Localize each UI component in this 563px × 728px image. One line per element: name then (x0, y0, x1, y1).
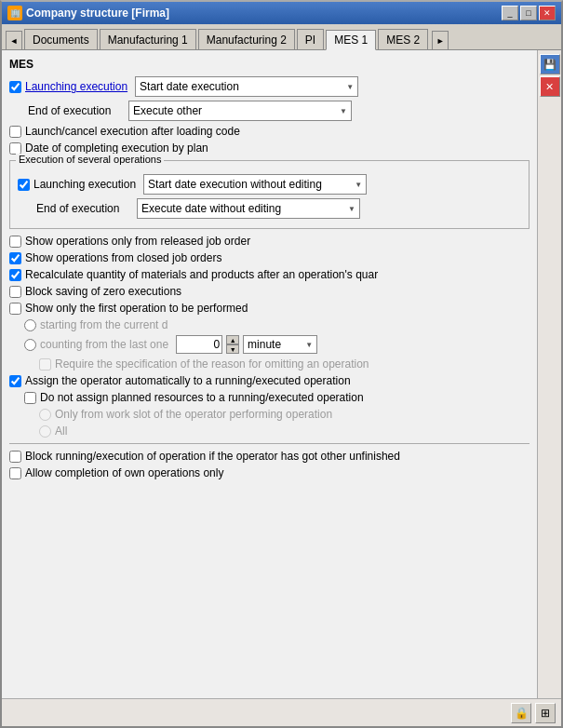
tab-bar: ◄ Documents Manufacturing 1 Manufacturin… (2, 24, 561, 50)
unit-dropdown[interactable]: minute ▼ (243, 335, 317, 354)
launch-cancel-checkbox[interactable] (9, 126, 21, 138)
recalculate-label[interactable]: Recalculate quantity of materials and pr… (9, 268, 378, 281)
require-spec-checkbox[interactable] (39, 358, 51, 371)
group-launching-arrow: ▼ (355, 181, 362, 189)
section-label: MES (9, 58, 529, 71)
show-first-label[interactable]: Show only the first operation to be perf… (9, 302, 248, 315)
lock-icon: 🔒 (515, 707, 529, 720)
all-radio-label[interactable]: All (39, 425, 67, 438)
close-button[interactable]: ✕ (539, 6, 556, 20)
date-completing-row: Date of completing execution by plan (9, 142, 529, 155)
title-bar: 🏢 Company structure [Firma] _ □ ✕ (2, 2, 561, 24)
starting-from-radio[interactable] (24, 319, 36, 331)
counting-from-row: counting from the last one ▲ ▼ minute ▼ (9, 335, 529, 354)
spinner-up[interactable]: ▲ (226, 335, 239, 344)
separator1 (9, 443, 529, 444)
delete-icon: ✕ (545, 81, 554, 93)
spinner-buttons: ▲ ▼ (226, 335, 239, 354)
several-operations-group: Execution of several operations Launchin… (9, 160, 529, 229)
require-spec-row: Require the specification of the reason … (9, 357, 529, 371)
tab-mes2[interactable]: MES 2 (378, 29, 428, 49)
tab-nav-right[interactable]: ► (432, 31, 449, 49)
launching-execution-label: Launching execution (25, 80, 127, 93)
date-completing-checkbox[interactable] (9, 142, 21, 155)
group-end-dropdown[interactable]: Execute date without editing ▼ (137, 198, 360, 219)
group-end-row: End of execution Execute date without ed… (18, 198, 521, 219)
tab-nav-left[interactable]: ◄ (6, 31, 22, 49)
grid-icon: ⊞ (541, 707, 550, 720)
block-saving-row: Block saving of zero executions (9, 285, 529, 298)
launching-dropdown-arrow: ▼ (346, 83, 354, 91)
recalculate-checkbox[interactable] (9, 269, 21, 281)
show-closed-label[interactable]: Show operations from closed job orders (9, 251, 221, 264)
main-content: MES Launching execution Start date execu… (2, 50, 537, 698)
block-saving-label[interactable]: Block saving of zero executions (9, 285, 181, 298)
launching-execution-checkbox[interactable] (9, 81, 21, 93)
group-end-label: End of execution (18, 202, 129, 215)
spinner-input[interactable] (176, 335, 222, 354)
maximize-button[interactable]: □ (520, 6, 537, 20)
lock-button[interactable]: 🔒 (511, 703, 531, 723)
require-spec-label[interactable]: Require the specification of the reason … (39, 357, 369, 371)
tab-manufacturing2[interactable]: Manufacturing 2 (198, 29, 295, 49)
grid-button[interactable]: ⊞ (535, 703, 556, 723)
save-button[interactable]: 💾 (540, 54, 560, 74)
save-icon: 💾 (543, 59, 556, 71)
block-running-checkbox[interactable] (9, 451, 21, 463)
spinner-group: ▲ ▼ minute ▼ (176, 335, 317, 354)
counting-from-radio[interactable] (24, 339, 36, 351)
assign-operator-label[interactable]: Assign the operator automatically to a r… (9, 374, 351, 387)
content-area: MES Launching execution Start date execu… (2, 50, 561, 698)
do-not-assign-checkbox[interactable] (24, 392, 36, 404)
spinner-down[interactable]: ▼ (226, 344, 239, 354)
delete-button[interactable]: ✕ (540, 76, 560, 97)
group-launching-row: Launching execution Start date execution… (18, 174, 521, 195)
launch-cancel-row: Launch/cancel execution after loading co… (9, 125, 529, 138)
show-closed-checkbox[interactable] (9, 252, 21, 264)
show-first-checkbox[interactable] (9, 303, 21, 315)
title-buttons: _ □ ✕ (502, 6, 556, 20)
assign-operator-checkbox[interactable] (9, 375, 21, 387)
launching-execution-dropdown[interactable]: Start date execution ▼ (135, 76, 358, 97)
end-execution-row: End of execution Execute other ▼ (9, 101, 529, 121)
end-execution-dropdown[interactable]: Execute other ▼ (128, 101, 352, 121)
end-dropdown-arrow: ▼ (340, 107, 347, 115)
tab-manufacturing1[interactable]: Manufacturing 1 (100, 29, 196, 49)
starting-from-row: starting from the current d (9, 318, 529, 331)
bottom-toolbar: 🔒 ⊞ (2, 698, 561, 726)
group-end-arrow: ▼ (348, 205, 355, 213)
allow-completion-checkbox[interactable] (9, 467, 21, 479)
tab-pi[interactable]: PI (297, 29, 324, 49)
all-radio-row: All (9, 425, 529, 438)
do-not-assign-label[interactable]: Do not assign planned resources to a run… (24, 391, 364, 404)
launch-cancel-label[interactable]: Launch/cancel execution after loading co… (9, 125, 240, 138)
starting-from-label[interactable]: starting from the current d (24, 318, 168, 331)
show-released-checkbox[interactable] (9, 236, 21, 248)
only-from-slot-label[interactable]: Only from work slot of the operator perf… (39, 408, 332, 421)
group-launching-checkbox[interactable] (18, 179, 30, 191)
allow-completion-row: Allow completion of own operations only (9, 466, 529, 479)
show-first-row: Show only the first operation to be perf… (9, 302, 529, 315)
side-toolbar: 💾 ✕ (537, 50, 561, 698)
show-released-row: Show operations only from released job o… (9, 235, 529, 248)
launching-execution-checkbox-label[interactable]: Launching execution (9, 80, 127, 93)
group-launching-checkbox-label[interactable]: Launching execution (18, 178, 136, 191)
counting-from-label[interactable]: counting from the last one (24, 338, 168, 351)
allow-completion-label[interactable]: Allow completion of own operations only (9, 466, 223, 479)
date-completing-label[interactable]: Date of completing execution by plan (9, 142, 208, 155)
tab-documents[interactable]: Documents (24, 29, 98, 49)
block-running-row: Block running/execution of operation if … (9, 450, 529, 463)
group-launching-label: Launching execution (34, 178, 136, 191)
only-from-slot-radio[interactable] (39, 409, 51, 421)
minimize-button[interactable]: _ (502, 6, 518, 20)
tab-mes1[interactable]: MES 1 (326, 30, 376, 50)
window-icon: 🏢 (7, 6, 22, 20)
group-title: Execution of several operations (16, 154, 164, 165)
only-from-slot-row: Only from work slot of the operator perf… (9, 408, 529, 421)
recalculate-row: Recalculate quantity of materials and pr… (9, 268, 529, 281)
block-saving-checkbox[interactable] (9, 286, 21, 298)
block-running-label[interactable]: Block running/execution of operation if … (9, 450, 400, 463)
all-radio[interactable] (39, 425, 51, 438)
group-launching-dropdown[interactable]: Start date execution without editing ▼ (143, 174, 367, 195)
show-released-label[interactable]: Show operations only from released job o… (9, 235, 250, 248)
